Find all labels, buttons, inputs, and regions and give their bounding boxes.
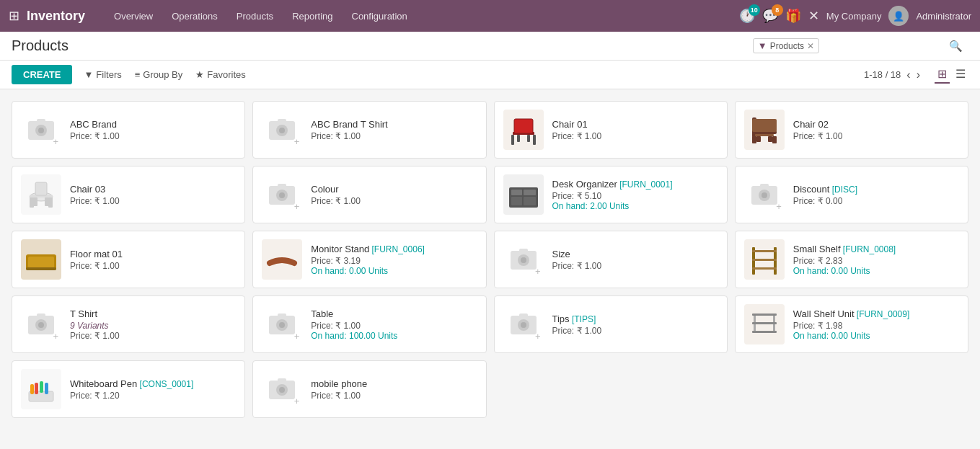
svg-point-57 <box>38 322 44 328</box>
menu-reporting[interactable]: Reporting <box>285 8 340 25</box>
search-input-wrap[interactable] <box>824 40 945 51</box>
product-placeholder-icon: + <box>262 110 302 150</box>
product-card[interactable]: Whiteboard Pen [CONS_0001] Price: ₹ 1.20 <box>12 360 245 418</box>
svg-rect-6 <box>278 119 286 123</box>
menu-configuration[interactable]: Configuration <box>345 8 415 25</box>
svg-rect-21 <box>752 119 777 132</box>
company-name[interactable]: My Company <box>826 11 882 22</box>
product-card[interactable]: Wall Shelf Unit [FURN_0009] Price: ₹ 1.9… <box>735 295 968 353</box>
product-card[interactable]: Desk Organizer [FURN_0001] Price: ₹ 5.10… <box>494 166 728 223</box>
top-navigation: ⊞ Inventory Overview Operations Products… <box>0 0 980 32</box>
product-card[interactable]: Chair 03 Price: ₹ 1.00 <box>12 166 245 223</box>
svg-rect-53 <box>752 267 777 270</box>
svg-rect-60 <box>278 314 286 318</box>
avatar[interactable]: 👤 <box>888 6 909 26</box>
favorites-label: Favorites <box>207 69 245 80</box>
product-info: Tips [TIPS] Price: ₹ 1.00 <box>552 314 718 336</box>
svg-rect-67 <box>752 322 777 324</box>
groupby-button[interactable]: ≡ Group By <box>135 69 183 80</box>
product-image <box>503 174 544 215</box>
product-name: Monitor Stand [FURN_0006] <box>311 244 477 254</box>
product-name: Floor mat 01 <box>70 249 236 259</box>
svg-rect-76 <box>45 383 48 394</box>
product-name: Whiteboard Pen [CONS_0001] <box>70 378 236 389</box>
svg-rect-19 <box>756 136 761 142</box>
close-icon-btn[interactable]: ✕ <box>808 8 819 24</box>
gift-icon-btn[interactable]: 🎁 <box>785 8 801 24</box>
product-card[interactable]: + Tips [TIPS] Price: ₹ 1.00 <box>494 295 728 353</box>
svg-rect-12 <box>517 135 520 142</box>
svg-rect-20 <box>768 136 772 142</box>
svg-rect-44 <box>26 267 56 270</box>
product-onhand: On hand: 0.00 Units <box>793 331 959 341</box>
product-card[interactable]: Chair 02 Price: ₹ 1.00 <box>735 101 968 159</box>
page-count: 1-18 / 18 <box>864 69 901 80</box>
menu-overview[interactable]: Overview <box>107 8 160 25</box>
activity-icon[interactable]: 🕐 10 <box>739 8 755 24</box>
product-price: Price: ₹ 1.00 <box>552 326 718 336</box>
filters-label: Filters <box>96 69 121 80</box>
product-card[interactable]: + Size Price: ₹ 1.00 <box>494 231 728 288</box>
search-filter-box[interactable]: ▼ Products ✕ <box>753 38 819 53</box>
search-input[interactable] <box>824 40 945 51</box>
product-card[interactable]: + Discount [DISC] Price: ₹ 0.00 <box>735 166 968 223</box>
star-icon: ★ <box>195 69 204 80</box>
messages-icon[interactable]: 💬 8 <box>762 8 778 24</box>
topnav-right: 🕐 10 💬 8 🎁 ✕ My Company 👤 Administrator <box>739 6 971 26</box>
svg-rect-11 <box>533 135 536 145</box>
product-price: Price: ₹ 0.00 <box>793 196 959 206</box>
svg-rect-10 <box>511 135 514 145</box>
product-price: Price: ₹ 3.19 <box>311 256 477 266</box>
svg-point-48 <box>521 257 526 263</box>
svg-point-41 <box>762 192 767 198</box>
product-card[interactable]: + ABC Brand T Shirt Price: ₹ 1.00 <box>252 101 486 159</box>
product-name: Tips [TIPS] <box>552 314 718 324</box>
username[interactable]: Administrator <box>916 11 971 22</box>
product-card[interactable]: + ABC Brand Price: ₹ 1.00 <box>12 101 245 159</box>
product-name: Colour <box>311 184 477 195</box>
product-price: Price: ₹ 1.00 <box>311 196 477 206</box>
next-page-icon[interactable]: › <box>917 68 920 81</box>
product-name: Wall Shelf Unit [FURN_0009] <box>793 308 959 319</box>
svg-rect-28 <box>35 182 47 195</box>
search-submit-icon[interactable]: 🔍 <box>949 40 963 53</box>
product-price: Price: ₹ 1.00 <box>311 391 477 401</box>
filters-button[interactable]: ▼ Filters <box>84 69 121 80</box>
product-onhand: On hand: 2.00 Units <box>552 201 718 211</box>
apps-grid-icon[interactable]: ⊞ <box>9 8 19 24</box>
products-grid: + ABC Brand Price: ₹ 1.00 + ABC Brand T … <box>0 89 980 430</box>
favorites-button[interactable]: ★ Favorites <box>195 69 245 80</box>
svg-rect-27 <box>45 197 49 206</box>
product-price: Price: ₹ 1.00 <box>70 261 236 271</box>
product-onhand: On hand: 0.00 Units <box>793 266 959 276</box>
product-card[interactable]: + T Shirt 9 Variants Price: ₹ 1.00 <box>12 295 245 353</box>
svg-point-61 <box>279 322 285 328</box>
prev-page-icon[interactable]: ‹ <box>906 68 910 81</box>
product-info: Wall Shelf Unit [FURN_0009] Price: ₹ 1.9… <box>793 308 959 341</box>
product-card[interactable]: Chair 01 Price: ₹ 1.00 <box>494 101 728 159</box>
menu-operations[interactable]: Operations <box>164 8 225 25</box>
svg-rect-31 <box>278 184 286 188</box>
product-card[interactable]: + mobile phone Price: ₹ 1.00 <box>252 360 486 418</box>
filter-icon: ▼ <box>84 69 93 80</box>
create-button[interactable]: CREATE <box>12 65 72 84</box>
search-tag-close-icon[interactable]: ✕ <box>807 41 814 51</box>
svg-rect-70 <box>773 316 775 322</box>
svg-rect-18 <box>772 136 777 143</box>
product-price: Price: ₹ 1.00 <box>70 331 236 341</box>
svg-point-3 <box>38 128 44 133</box>
product-card[interactable]: Small Shelf [FURN_0008] Price: ₹ 2.83 On… <box>735 231 968 288</box>
menu-products[interactable]: Products <box>229 8 281 25</box>
product-card[interactable]: + Table Price: ₹ 1.00 On hand: 100.00 Un… <box>252 295 486 353</box>
product-card[interactable]: Monitor Stand [FURN_0006] Price: ₹ 3.19 … <box>252 231 486 288</box>
list-view-button[interactable]: ☰ <box>953 66 968 84</box>
svg-point-65 <box>521 322 526 328</box>
product-card[interactable]: + Colour Price: ₹ 1.00 <box>252 166 486 223</box>
product-info: Whiteboard Pen [CONS_0001] Price: ₹ 1.20 <box>70 378 236 401</box>
product-placeholder-icon: + <box>503 239 544 280</box>
grid-view-button[interactable]: ⊞ <box>935 66 950 84</box>
svg-rect-80 <box>278 378 286 383</box>
groupby-label: Group By <box>143 69 182 80</box>
groupby-icon: ≡ <box>135 69 141 80</box>
product-card[interactable]: Floor mat 01 Price: ₹ 1.00 <box>12 231 245 288</box>
